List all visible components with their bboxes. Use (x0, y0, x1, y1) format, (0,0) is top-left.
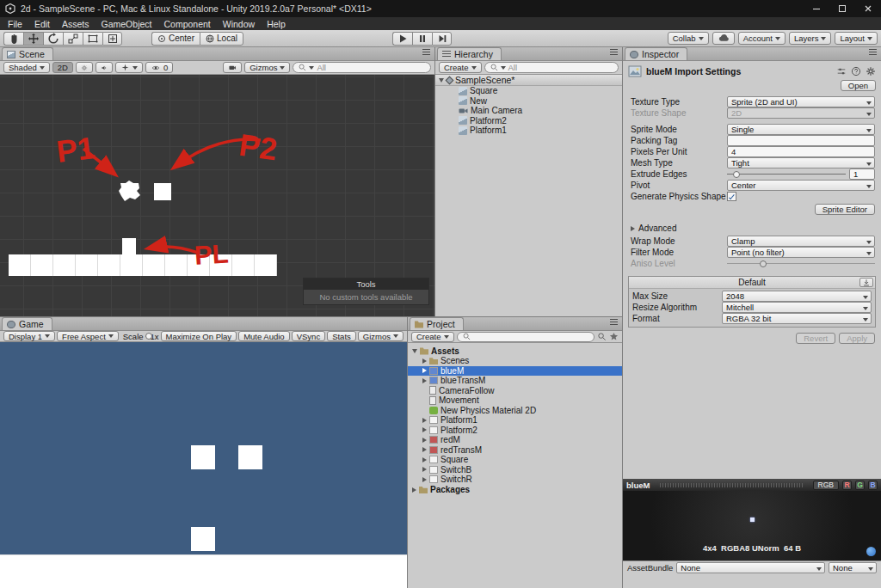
project-item-switchr[interactable]: SwitchR (408, 475, 622, 485)
scene-search-input[interactable]: All (293, 62, 431, 73)
rotate-tool-button[interactable] (43, 32, 63, 46)
apply-button[interactable]: Apply (839, 333, 875, 344)
extrude-edges-value[interactable]: 1 (849, 168, 875, 180)
sprite-editor-button[interactable]: Sprite Editor (815, 204, 875, 215)
foldout-icon[interactable] (422, 467, 427, 472)
project-search-input[interactable] (457, 332, 595, 342)
tab-project[interactable]: Project (410, 317, 464, 330)
game-viewport[interactable] (0, 342, 407, 588)
menu-window[interactable]: Window (217, 17, 261, 30)
foldout-icon[interactable] (422, 378, 427, 383)
foldout-icon[interactable] (422, 457, 427, 462)
hierarchy-search-input[interactable]: All (484, 62, 619, 73)
stats-toggle[interactable]: Stats (327, 331, 356, 341)
project-item-bluetransm[interactable]: blueTransM (408, 376, 622, 386)
foldout-open-icon[interactable] (412, 349, 417, 353)
preview-drag-handle[interactable] (660, 483, 802, 487)
panel-menu[interactable] (869, 52, 877, 52)
cloud-button[interactable] (712, 32, 735, 45)
project-item-physics-material[interactable]: New Physics Material 2D (408, 406, 622, 416)
game-gizmos-dropdown[interactable]: Gizmos (358, 331, 404, 341)
create-dropdown[interactable]: Create (439, 62, 482, 73)
green-channel-button[interactable]: G (855, 481, 865, 490)
maximize-button[interactable] (829, 0, 855, 17)
assetbundle-variant-dropdown[interactable]: None (829, 562, 877, 573)
format-dropdown[interactable]: RGBA 32 bit (722, 313, 872, 324)
sprite-new-physics-outline[interactable] (118, 180, 141, 203)
create-dropdown[interactable]: Create (411, 332, 454, 342)
scene-viewport[interactable]: Tools No custom tools available P1 P2 PL (0, 75, 434, 316)
foldout-icon[interactable] (422, 358, 427, 364)
panel-menu[interactable] (610, 322, 618, 322)
project-item-platform1[interactable]: Platform1 (408, 415, 622, 426)
foldout-open-icon[interactable] (439, 78, 444, 83)
tab-scene[interactable]: Scene (2, 47, 53, 60)
project-item-redm[interactable]: redM (408, 435, 622, 445)
assetbundle-dropdown[interactable]: None (676, 562, 825, 573)
hierarchy-item-main-camera[interactable]: Main Camera (435, 106, 622, 116)
game-scale-slider[interactable] (145, 331, 149, 342)
minimize-button[interactable] (804, 0, 829, 17)
foldout-icon[interactable] (422, 427, 427, 432)
rgb-toggle-button[interactable]: RGB (813, 481, 839, 490)
display-dropdown[interactable]: Display 1 (3, 331, 55, 341)
close-button[interactable] (855, 0, 881, 17)
pixels-per-unit-input[interactable]: 4 (727, 146, 875, 157)
slider-knob[interactable] (733, 171, 740, 178)
pivot-dropdown[interactable]: Center (727, 180, 875, 191)
sprite-mode-dropdown[interactable]: Single (727, 124, 875, 135)
texture-type-dropdown[interactable]: Sprite (2D and UI) (727, 96, 875, 107)
gear-icon[interactable] (866, 66, 876, 77)
hierarchy-item-square[interactable]: Square (435, 86, 622, 96)
search-by-type-button[interactable] (597, 332, 607, 341)
scene-audio-toggle[interactable] (95, 62, 113, 73)
project-root-assets[interactable]: Assets (408, 346, 622, 356)
mesh-type-dropdown[interactable]: Tight (727, 157, 875, 168)
scene-visibility-toggle[interactable]: 0 (145, 62, 173, 73)
resize-algorithm-dropdown[interactable]: Mitchell (722, 302, 872, 313)
layout-dropdown[interactable]: Layout (835, 32, 878, 45)
menu-file[interactable]: File (2, 17, 28, 30)
help-button[interactable] (851, 66, 861, 77)
collab-dropdown[interactable]: Collab (668, 32, 709, 45)
panel-menu[interactable] (422, 52, 430, 52)
step-button[interactable] (432, 32, 452, 46)
blue-channel-button[interactable]: B (868, 481, 878, 490)
menu-edit[interactable]: Edit (28, 17, 56, 30)
project-root-packages[interactable]: Packages (408, 485, 622, 495)
account-dropdown[interactable]: Account (738, 32, 786, 45)
preview-header[interactable]: blueM RGB R G B (623, 479, 881, 491)
project-item-bluem[interactable]: blueM (408, 366, 622, 377)
packing-tag-input[interactable] (727, 135, 875, 146)
rect-tool-button[interactable] (83, 32, 102, 46)
foldout-icon[interactable] (422, 368, 427, 373)
transform-tool-button[interactable] (102, 32, 122, 46)
wrap-mode-dropdown[interactable]: Clamp (727, 236, 875, 247)
project-item-platform2[interactable]: Platform2 (408, 426, 622, 436)
hand-tool-button[interactable] (3, 32, 23, 46)
menu-gameobject[interactable]: GameObject (95, 17, 158, 30)
revert-button[interactable]: Revert (796, 333, 835, 344)
red-channel-button[interactable]: R (842, 481, 852, 490)
menu-assets[interactable]: Assets (56, 17, 95, 30)
foldout-icon[interactable] (422, 418, 427, 423)
vsync-toggle[interactable]: VSync (292, 331, 325, 341)
mute-audio-toggle[interactable]: Mute Audio (238, 331, 290, 341)
preview-viewport[interactable]: 4x4 RGBA8 UNorm 64 B (623, 491, 881, 560)
gizmos-dropdown[interactable]: Gizmos (244, 62, 290, 73)
aspect-dropdown[interactable]: Free Aspect (57, 331, 119, 341)
scene-effects-dropdown[interactable] (115, 62, 143, 73)
shading-mode-dropdown[interactable]: Shaded (3, 62, 50, 73)
foldout-icon[interactable] (422, 447, 427, 452)
generate-physics-shape-checkbox[interactable] (727, 192, 736, 201)
presets-button[interactable] (836, 66, 847, 77)
foldout-icon[interactable] (412, 487, 416, 493)
menu-component[interactable]: Component (157, 17, 216, 30)
foldout-icon[interactable] (422, 477, 427, 482)
maximize-on-play-toggle[interactable]: Maximize On Play (161, 331, 237, 341)
project-item-redtransm[interactable]: redTransM (408, 445, 622, 456)
layers-dropdown[interactable]: Layers (789, 32, 832, 45)
project-item-scenes[interactable]: Scenes (408, 356, 622, 366)
advanced-foldout[interactable]: Advanced (623, 223, 881, 234)
move-tool-button[interactable] (23, 32, 43, 46)
